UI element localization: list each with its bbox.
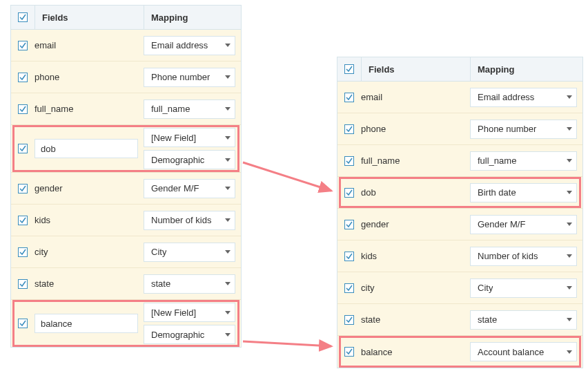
row-checkbox[interactable] [18, 319, 28, 328]
arrow-balance [243, 336, 340, 357]
mapping-dropdown[interactable]: Gender M/F [144, 179, 235, 198]
table-row: balance[New Field]Demographic [11, 300, 241, 347]
mapping-dropdown[interactable]: City [470, 278, 577, 298]
caret-down-icon [225, 250, 231, 254]
mapping-dropdown[interactable]: [New Field] [144, 128, 235, 147]
field-name: full_name [361, 155, 400, 166]
mapping-dropdown[interactable]: Number of kids [144, 211, 235, 230]
dropdown-label: [New Field] [151, 133, 196, 143]
mapping-panel-after: Fields Mapping emailEmail addressphonePh… [337, 57, 583, 368]
table-row: cityCity [337, 272, 582, 304]
mapping-dropdown[interactable]: Account balance [470, 342, 577, 361]
mapping-dropdown[interactable]: full_name [144, 100, 235, 119]
field-name: gender [35, 183, 62, 193]
caret-down-icon [567, 95, 572, 99]
dropdown-label: Account balance [478, 347, 544, 357]
row-checkbox[interactable] [18, 104, 28, 114]
row-checkbox[interactable] [18, 279, 28, 289]
dropdown-label: Email address [478, 92, 534, 102]
dropdown-label: full_name [478, 155, 516, 166]
caret-down-icon [225, 158, 231, 162]
field-name: phone [361, 124, 386, 134]
caret-down-icon [567, 350, 572, 354]
field-name: gender [361, 219, 389, 229]
caret-down-icon [225, 333, 231, 337]
caret-down-icon [225, 107, 231, 111]
table-row: emailEmail address [11, 30, 241, 62]
table-row: kidsNumber of kids [11, 205, 241, 236]
row-checkbox[interactable] [344, 347, 354, 357]
mapping-dropdown[interactable]: Email address [144, 36, 235, 55]
dropdown-label: Phone number [478, 124, 536, 134]
field-name: balance [361, 347, 393, 357]
row-checkbox[interactable] [18, 216, 28, 225]
mapping-dropdown[interactable]: [New Field] [144, 303, 235, 322]
caret-down-icon [225, 44, 231, 47]
caret-down-icon [567, 286, 572, 290]
table-row: dobBirth date [337, 177, 582, 209]
mapping-dropdown[interactable]: Gender M/F [470, 215, 577, 234]
field-name-input[interactable]: dob [35, 139, 138, 158]
select-all-checkbox[interactable] [18, 12, 28, 22]
mapping-dropdown[interactable]: full_name [470, 151, 577, 171]
mapping-dropdown[interactable]: Phone number [470, 120, 577, 139]
table-row: phonePhone number [337, 113, 582, 145]
mapping-dropdown[interactable]: Email address [470, 88, 577, 107]
row-checkbox[interactable] [18, 41, 28, 50]
dropdown-label: City [151, 247, 166, 257]
dropdown-label: Gender M/F [478, 219, 525, 229]
caret-down-icon [567, 159, 572, 162]
col-mapping: Mapping [144, 6, 241, 29]
col-fields: Fields [35, 6, 144, 29]
table-row: full_namefull_name [11, 93, 241, 125]
mapping-dropdown[interactable]: City [144, 243, 235, 262]
mapping-dropdown[interactable]: Demographic [144, 150, 235, 169]
mapping-dropdown[interactable]: Phone number [144, 68, 235, 87]
caret-down-icon [225, 282, 231, 285]
mapping-dropdown[interactable]: Demographic [144, 325, 235, 344]
row-checkbox[interactable] [344, 93, 354, 102]
field-name: dob [361, 187, 376, 198]
dropdown-label: Number of kids [478, 251, 538, 261]
table-row: balanceAccount balance [337, 336, 582, 368]
field-name: full_name [35, 104, 73, 114]
row-checkbox[interactable] [18, 144, 28, 153]
row-checkbox[interactable] [344, 156, 354, 166]
table-row: genderGender M/F [337, 209, 582, 240]
dropdown-label: state [478, 314, 497, 325]
table-row: statestate [11, 268, 241, 300]
table-header: Fields Mapping [11, 5, 241, 30]
row-checkbox[interactable] [18, 247, 28, 257]
caret-down-icon [225, 311, 231, 314]
caret-down-icon [225, 136, 231, 140]
caret-down-icon [567, 191, 572, 194]
dropdown-label: Demographic [151, 330, 204, 340]
caret-down-icon [567, 254, 572, 258]
dropdown-label: Number of kids [151, 215, 211, 225]
field-name: email [361, 92, 382, 102]
row-checkbox[interactable] [344, 220, 354, 229]
select-all-checkbox[interactable] [344, 64, 354, 74]
mapping-dropdown[interactable]: Birth date [470, 183, 577, 202]
row-checkbox[interactable] [18, 73, 28, 82]
caret-down-icon [225, 218, 231, 222]
dropdown-label: Email address [151, 40, 208, 50]
dropdown-label: Demographic [151, 155, 204, 165]
row-checkbox[interactable] [344, 252, 354, 261]
table-row: phonePhone number [11, 62, 241, 93]
row-checkbox[interactable] [344, 315, 354, 325]
row-checkbox[interactable] [18, 184, 28, 193]
row-checkbox[interactable] [344, 124, 354, 134]
field-name: kids [361, 251, 377, 261]
mapping-dropdown[interactable]: state [470, 310, 577, 330]
field-name-input[interactable]: balance [35, 314, 138, 333]
mapping-dropdown[interactable]: Number of kids [470, 247, 577, 266]
table-row: kidsNumber of kids [337, 240, 582, 272]
caret-down-icon [225, 187, 231, 190]
mapping-dropdown[interactable]: state [144, 274, 235, 294]
field-name: phone [35, 72, 59, 82]
table-row: emailEmail address [337, 82, 582, 113]
caret-down-icon [225, 75, 231, 79]
row-checkbox[interactable] [344, 188, 354, 198]
row-checkbox[interactable] [344, 283, 354, 293]
